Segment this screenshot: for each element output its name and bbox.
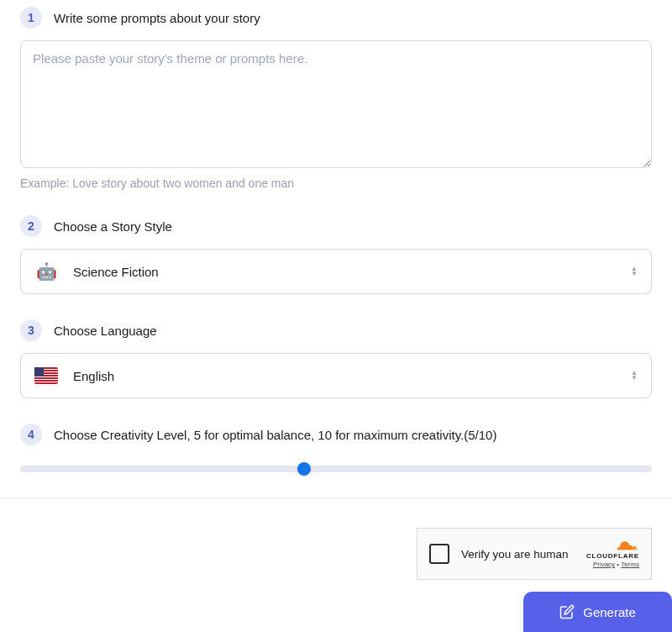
captcha-privacy-link[interactable]: Privacy bbox=[593, 561, 615, 568]
step4-section: 4 Choose Creativity Level, 5 for optimal… bbox=[20, 424, 652, 477]
story-style-value: Science Fiction bbox=[73, 265, 631, 279]
captcha-brand-name: CLOUDFLARE bbox=[586, 552, 639, 560]
step3-section: 3 Choose Language English ▲▼ bbox=[20, 319, 652, 398]
flag-us-icon bbox=[34, 366, 58, 385]
captcha-brand: CLOUDFLARE Privacy • Terms bbox=[586, 540, 639, 568]
example-text: Example: Love story about two women and … bbox=[20, 176, 652, 190]
step1-header: 1 Write some prompts about your story bbox=[20, 7, 652, 29]
language-select[interactable]: English ▲▼ bbox=[20, 353, 652, 398]
step3-header: 3 Choose Language bbox=[20, 319, 652, 341]
chevron-sort-icon: ▲▼ bbox=[631, 371, 638, 381]
chevron-sort-icon: ▲▼ bbox=[631, 266, 638, 276]
step2-header: 2 Choose a Story Style bbox=[20, 215, 652, 237]
slider-track bbox=[20, 466, 652, 472]
captcha-widget: Verify you are human CLOUDFLARE Privacy … bbox=[417, 528, 652, 580]
step1-number: 1 bbox=[20, 7, 42, 29]
captcha-terms-link[interactable]: Terms bbox=[621, 561, 639, 568]
step2-section: 2 Choose a Story Style 🤖 Science Fiction… bbox=[20, 215, 652, 294]
captcha-checkbox[interactable] bbox=[429, 544, 449, 564]
divider bbox=[0, 498, 672, 498]
slider-thumb[interactable] bbox=[297, 462, 311, 476]
generate-button-label: Generate bbox=[583, 605, 636, 619]
captcha-text: Verify you are human bbox=[461, 548, 575, 561]
step4-number: 4 bbox=[20, 424, 42, 445]
generate-button[interactable]: Generate bbox=[523, 592, 672, 632]
captcha-links: Privacy • Terms bbox=[593, 561, 639, 568]
step3-number: 3 bbox=[20, 319, 42, 341]
edit-icon bbox=[559, 604, 575, 619]
step2-number: 2 bbox=[20, 215, 42, 237]
step3-title: Choose Language bbox=[54, 324, 157, 338]
step1-section: 1 Write some prompts about your story Ex… bbox=[20, 7, 652, 190]
cloudflare-icon bbox=[614, 540, 639, 551]
language-value: English bbox=[73, 369, 631, 383]
robot-icon: 🤖 bbox=[34, 262, 58, 281]
step1-title: Write some prompts about your story bbox=[54, 11, 260, 25]
step4-header: 4 Choose Creativity Level, 5 for optimal… bbox=[20, 424, 652, 445]
story-prompt-input[interactable] bbox=[20, 40, 652, 168]
step4-title: Choose Creativity Level, 5 for optimal b… bbox=[54, 428, 496, 442]
creativity-slider[interactable] bbox=[20, 461, 652, 477]
step2-title: Choose a Story Style bbox=[54, 219, 172, 234]
story-style-select[interactable]: 🤖 Science Fiction ▲▼ bbox=[20, 249, 652, 294]
